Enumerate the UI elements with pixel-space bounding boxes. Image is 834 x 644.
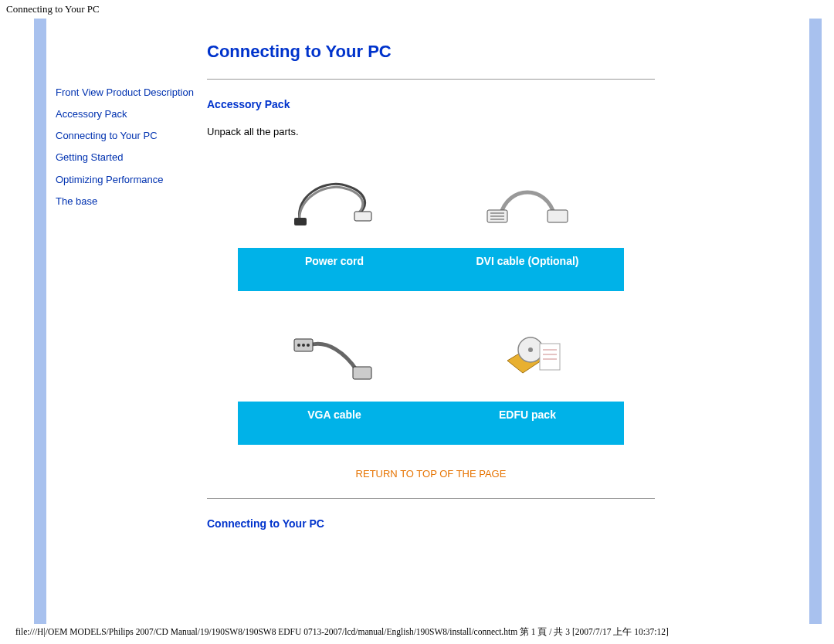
power-cord-icon (238, 159, 431, 248)
browser-title: Connecting to Your PC (0, 0, 834, 19)
decoration-right-strip (809, 19, 822, 624)
edfu-pack-icon (431, 313, 624, 402)
svg-point-10 (302, 344, 305, 347)
dvi-cable-icon (431, 159, 624, 248)
svg-rect-1 (354, 212, 371, 221)
accessory-grid: Power cord DVI cable (Optional) (238, 159, 624, 445)
label-power-cord: Power cord (238, 248, 431, 291)
section-heading-connecting: Connecting to Your PC (207, 517, 655, 530)
svg-rect-3 (548, 210, 568, 222)
divider-bottom (207, 498, 655, 499)
svg-rect-8 (353, 367, 371, 379)
sidebar-link-the-base[interactable]: The base (56, 194, 195, 209)
main-content: Connecting to Your PC Accessory Pack Unp… (207, 42, 655, 545)
divider-top (207, 79, 655, 80)
return-to-top-link[interactable]: RETURN TO TOP OF THE PAGE (207, 468, 655, 480)
sidebar-link-accessory-pack[interactable]: Accessory Pack (56, 107, 195, 122)
label-dvi-cable: DVI cable (Optional) (431, 248, 624, 291)
footer-file-path: file:///H|/OEM MODELS/Philips 2007/CD Ma… (15, 626, 669, 638)
sidebar-link-getting-started[interactable]: Getting Started (56, 150, 195, 165)
vga-cable-icon (238, 313, 431, 402)
page-title: Connecting to Your PC (207, 42, 655, 62)
svg-rect-0 (294, 218, 307, 225)
sidebar-link-optimizing[interactable]: Optimizing Performance (56, 172, 195, 188)
label-vga-cable: VGA cable (238, 402, 431, 445)
label-edfu-pack: EDFU pack (431, 402, 624, 445)
svg-rect-15 (540, 344, 560, 370)
sidebar-nav: Front View Product Description Accessory… (56, 85, 195, 215)
unpack-text: Unpack all the parts. (207, 126, 655, 137)
sidebar-link-connecting[interactable]: Connecting to Your PC (56, 128, 195, 144)
decoration-left-strip (34, 19, 46, 624)
svg-point-14 (528, 347, 533, 352)
svg-point-9 (297, 344, 300, 347)
section-heading-accessory: Accessory Pack (207, 98, 655, 110)
svg-point-11 (307, 344, 310, 347)
sidebar-link-front-view[interactable]: Front View Product Description (56, 85, 195, 100)
